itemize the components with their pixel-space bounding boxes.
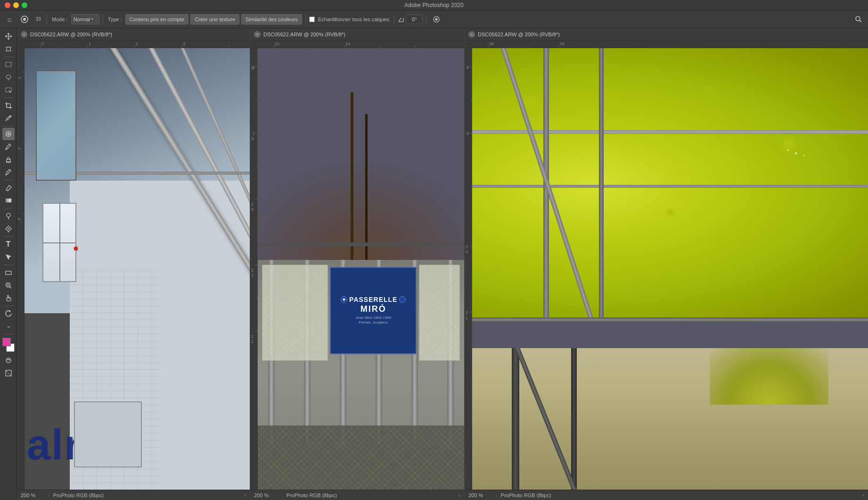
- status-divider-3: |: [496, 492, 497, 498]
- svg-text:24: 24: [345, 42, 350, 46]
- status-divider-1: |: [48, 492, 49, 498]
- object-select-icon: [5, 86, 12, 94]
- tool-shape[interactable]: [2, 267, 15, 279]
- svg-text:9: 9: [467, 131, 469, 136]
- doc-content-1: 1 2 3: [17, 48, 250, 490]
- doc-canvas-2[interactable]: PASSERELLE MIRÓ Jean Miró 1983-1985Peint…: [258, 48, 464, 490]
- zoom-icon: [5, 282, 12, 289]
- search-svg: [855, 16, 862, 23]
- tool-gradient[interactable]: [2, 194, 15, 207]
- tool-healing[interactable]: [2, 128, 15, 140]
- svg-text:0: 0: [41, 42, 44, 46]
- tool-more[interactable]: ···: [2, 320, 15, 333]
- pen-icon: [5, 225, 12, 233]
- tool-select-rect[interactable]: [2, 58, 15, 71]
- search-icon[interactable]: [852, 13, 865, 26]
- doc-content-3: 8 9 2 0 2 1: [465, 48, 868, 490]
- tool-text[interactable]: T: [2, 238, 15, 250]
- sample-all-checkbox[interactable]: [309, 17, 315, 22]
- doc-tab-label-2: DSC05622.ARW @ 200% (RVB/8*): [263, 32, 345, 37]
- foreground-color-swatch[interactable]: [2, 338, 11, 346]
- brush-tool-icon: [5, 143, 12, 150]
- doc-tab-1[interactable]: × DSC05622.ARW @ 200% (RVB/8*): [17, 28, 250, 41]
- tool-path-select[interactable]: [2, 251, 15, 263]
- svg-text:59: 59: [560, 42, 565, 46]
- tool-hand[interactable]: [2, 292, 15, 304]
- svg-text:9: 9: [251, 136, 254, 141]
- type-texture-btn[interactable]: Créer une texture: [190, 14, 239, 25]
- tool-object-select[interactable]: [2, 84, 15, 96]
- hand-icon: [5, 294, 12, 302]
- svg-line-27: [6, 190, 8, 191]
- eyedropper-icon: [5, 115, 12, 122]
- ruler-h-3: 58 59: [465, 41, 868, 48]
- tool-divider-8: [3, 306, 14, 306]
- tool-crop[interactable]: [2, 100, 15, 112]
- tool-quick-mask[interactable]: [2, 354, 15, 367]
- tool-zoom[interactable]: [2, 279, 15, 292]
- svg-text:1: 1: [466, 316, 468, 320]
- angle-input[interactable]: [406, 15, 423, 24]
- history-brush-icon: [5, 168, 12, 176]
- tool-dodge[interactable]: [2, 210, 15, 222]
- type-content-btn[interactable]: Contenu pris en compte: [125, 14, 189, 25]
- type-similarity-btn[interactable]: Similarité des couleurs: [241, 14, 302, 25]
- status-arrow-3[interactable]: ›: [862, 492, 864, 498]
- doc-canvas-1[interactable]: alrau: [25, 48, 250, 490]
- ruler-v-svg-1: 1 2 3: [17, 48, 25, 425]
- color-profile-1: ProPhoto RGB (8bpc): [53, 492, 240, 498]
- doc-tab-close-1[interactable]: ×: [21, 31, 27, 38]
- divider-2: [103, 14, 103, 25]
- doc-canvas-3[interactable]: [472, 48, 868, 490]
- doc-tab-close-3[interactable]: ×: [468, 31, 475, 38]
- svg-rect-14: [6, 88, 11, 92]
- brush-icon[interactable]: [18, 13, 31, 26]
- minimize-button[interactable]: [13, 2, 19, 8]
- ruler-v-2: 1 8 1 9 2 0 2 1 2 2: [250, 48, 258, 490]
- close-button[interactable]: [5, 2, 10, 8]
- status-bar-3: 200 % | ProPhoto RGB (8bpc) ›: [465, 490, 868, 500]
- doc-tab-label-1: DSC05622.ARW @ 200% (RVB/8*): [30, 32, 112, 37]
- tool-history-brush[interactable]: [2, 166, 15, 178]
- tool-lasso[interactable]: [2, 71, 15, 83]
- svg-rect-25: [7, 159, 10, 162]
- svg-text:2: 2: [251, 339, 254, 344]
- document-panel-1: × DSC05622.ARW @ 200% (RVB/8*) 0 1 2 3: [17, 28, 250, 500]
- doc-tab-3[interactable]: × DSC05622.ARW @ 200% (RVB/8*): [465, 28, 868, 41]
- dodge-icon: [5, 212, 12, 220]
- mode-chevron: ▾: [91, 17, 93, 21]
- toolbox: T: [0, 28, 17, 500]
- document-panel-3: × DSC05622.ARW @ 200% (RVB/8*) 58 59: [465, 28, 868, 500]
- app-title: Adobe Photoshop 2020: [404, 2, 463, 8]
- status-divider-2: |: [281, 492, 283, 498]
- tool-eyedropper[interactable]: [2, 112, 15, 125]
- mode-select[interactable]: Normal ▾: [71, 14, 99, 25]
- tool-pen[interactable]: [2, 223, 15, 235]
- divider-5: [426, 14, 426, 25]
- tool-artboard[interactable]: [2, 43, 15, 55]
- tool-screen-mode[interactable]: [2, 367, 15, 379]
- svg-text:2: 2: [251, 202, 254, 207]
- screen-mode-icon: [5, 369, 12, 377]
- maximize-button[interactable]: [22, 2, 27, 8]
- divider-1: [47, 14, 47, 25]
- sign-line1: PASSERELLE: [349, 296, 397, 303]
- doc-tab-close-2[interactable]: ×: [254, 31, 261, 38]
- status-arrow-2[interactable]: ›: [459, 492, 460, 498]
- tool-divider-2: [3, 98, 14, 98]
- home-icon[interactable]: ⌂: [3, 13, 16, 26]
- status-arrow-1[interactable]: ›: [244, 492, 246, 498]
- tool-eraser[interactable]: [2, 182, 15, 194]
- svg-text:1: 1: [89, 42, 91, 46]
- tool-stamp[interactable]: [2, 153, 15, 166]
- doc-tab-label-3: DSC05622.ARW @ 200% (RVB/8*): [478, 32, 560, 37]
- tool-move[interactable]: [2, 30, 15, 42]
- settings-icon[interactable]: [430, 13, 443, 26]
- eraser-icon: [5, 184, 12, 192]
- toolbar: ⌂ 33 Mode : Normal ▾ Type : Contenu pris…: [0, 10, 868, 28]
- tool-rotate[interactable]: [2, 308, 15, 320]
- doc-tab-2[interactable]: × DSC05622.ARW @ 200% (RVB/8*): [250, 28, 464, 41]
- svg-text:8: 8: [251, 66, 254, 70]
- tool-brush[interactable]: [2, 141, 15, 153]
- photo-bridge: PASSERELLE MIRÓ Jean Miró 1983-1985Peint…: [258, 48, 464, 490]
